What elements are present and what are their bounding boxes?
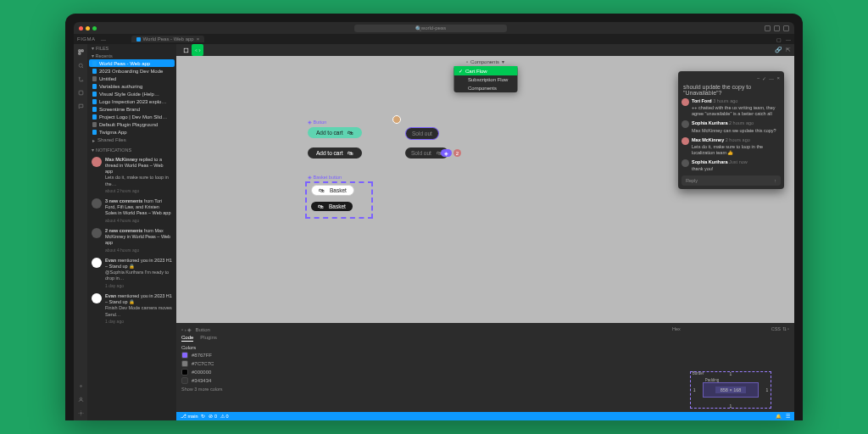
maximize-window[interactable] xyxy=(92,26,97,31)
show-more-colors[interactable]: Show 3 more colors xyxy=(181,387,662,392)
more-icon[interactable]: ⋯ xyxy=(769,75,774,81)
send-icon[interactable]: ↑ xyxy=(774,178,776,183)
svg-rect-6 xyxy=(79,91,83,95)
color-item[interactable]: #8767FF xyxy=(181,352,662,359)
css-dropdown[interactable]: CSS xyxy=(771,326,781,331)
branch-indicator[interactable]: ⎇ main xyxy=(181,414,198,419)
close-tab-icon[interactable]: × xyxy=(197,36,200,42)
comment: Tori Ford 3 hours ago++ chatted with the… xyxy=(682,97,781,119)
file-item[interactable]: 2023 Onboarding Dev Mode xyxy=(89,67,175,75)
figma-icon[interactable] xyxy=(76,381,85,390)
page-option[interactable]: Components xyxy=(453,84,517,92)
file-item[interactable]: Logo Inspection 2023 explo… xyxy=(89,97,175,105)
comment: Sophia Kurihara 2 hours agoMax McKinney … xyxy=(682,119,781,135)
tab-code[interactable]: Code xyxy=(181,335,193,342)
comment: Sophia Kurihara Just nowthank you! xyxy=(682,158,781,174)
tab-title: World Peas - Web app xyxy=(143,36,194,42)
file-item[interactable]: Project Logo | Dev Mon Slid… xyxy=(89,113,175,120)
minimize-window[interactable] xyxy=(86,26,90,31)
tab-plugins[interactable]: Plugins xyxy=(200,335,217,342)
svg-point-5 xyxy=(81,80,82,81)
color-item[interactable]: #343434 xyxy=(181,377,662,384)
file-item[interactable]: Untitled xyxy=(89,75,175,82)
tabs-menu-icon[interactable]: ⋯ xyxy=(101,36,106,42)
hex-label: Hex xyxy=(672,326,681,331)
account-icon[interactable] xyxy=(76,395,85,403)
recents-group[interactable]: ▾ Recents xyxy=(87,53,176,59)
button-variant-soldout[interactable]: Sold out xyxy=(405,127,439,140)
notification-item[interactable]: 3 new comments from Tori Ford, Fifi Law,… xyxy=(87,196,176,225)
dev-mode-toggle[interactable] xyxy=(192,44,203,56)
notification-item[interactable]: Evan mentioned you in 2023 H1 – Stand up… xyxy=(87,255,176,291)
svg-point-4 xyxy=(79,77,80,78)
color-item[interactable]: #000000 xyxy=(181,369,662,376)
reply-input[interactable]: Reply↑ xyxy=(682,175,781,186)
file-item[interactable]: Variables authoring xyxy=(89,82,175,90)
link-icon[interactable]: 🔗 xyxy=(775,47,782,53)
resolve-icon[interactable]: ✓ xyxy=(762,75,766,81)
inspect-tool[interactable] xyxy=(180,44,192,56)
button-variant-add[interactable]: Add to cart 🛍 xyxy=(308,127,362,138)
comment-thread: −✓⋯× should update the copy to "Unavaila… xyxy=(678,71,784,189)
svg-point-3 xyxy=(79,64,82,67)
active-tab[interactable]: World Peas - Web app × xyxy=(131,36,205,42)
file-item[interactable]: Visual Style Guide (Help… xyxy=(89,90,175,97)
page-option[interactable]: ✓ Cart Flow xyxy=(453,66,517,75)
svg-rect-2 xyxy=(78,53,80,54)
dimensions: 858 × 168 xyxy=(715,387,747,393)
close-window[interactable] xyxy=(79,26,83,31)
notifications-section-header[interactable]: ▾ NOTIFICATIONS xyxy=(87,146,176,154)
layer-breadcrumb[interactable]: ▫ › ◈ Button xyxy=(181,326,662,332)
search-icon[interactable] xyxy=(76,61,85,70)
files-icon[interactable] xyxy=(76,47,85,56)
page-selector[interactable]: ▫ Components ▾ xyxy=(466,58,504,64)
file-item[interactable]: Default Plugin Playground xyxy=(89,120,175,128)
design-canvas[interactable]: ▫ Components ▾ ✓ Cart Flow Subscription … xyxy=(176,56,794,323)
expand-icon[interactable]: ⋯ xyxy=(786,36,791,42)
color-item[interactable]: #7C7C7C xyxy=(181,360,662,367)
toolbar: 🔗 ⇱ xyxy=(176,44,794,56)
file-item[interactable]: Twigma App xyxy=(89,128,175,136)
plugin-icon[interactable] xyxy=(76,88,85,97)
window-layout-icons[interactable] xyxy=(765,25,789,31)
basket-button-dark[interactable]: 🛍 Basket xyxy=(311,202,353,211)
app-name: FIGMA xyxy=(77,36,96,42)
sidebar: ▾ FILES ▾ Recents World Peas - Web app 2… xyxy=(87,44,176,420)
feedback-icon[interactable]: ☰ xyxy=(786,414,790,419)
notification-item[interactable]: Max McKinney replied to a thread in Worl… xyxy=(87,154,176,196)
comment-icon[interactable] xyxy=(76,102,85,110)
expand-panel-icon[interactable]: ⇱ xyxy=(786,47,791,53)
svg-rect-1 xyxy=(81,49,83,51)
notifications-icon[interactable]: 🔔 xyxy=(776,414,782,419)
inspect-panel: ▫ › ◈ Button Code Plugins Colors #8767FF… xyxy=(176,323,794,412)
new-tab-icon[interactable]: ▢ xyxy=(776,36,782,42)
cursor-avatar xyxy=(392,115,401,124)
notification-item[interactable]: 2 new comments from Max McKinney in Worl… xyxy=(87,225,176,255)
component-label: ◈ Button xyxy=(308,120,326,125)
file-item[interactable]: ▸ Shared Files xyxy=(89,136,175,144)
notification-item[interactable]: Evan mentioned you in 2023 H1 – Stand up… xyxy=(87,291,176,326)
activity-rail xyxy=(74,44,87,420)
svg-point-9 xyxy=(80,412,81,414)
file-item[interactable]: World Peas - Web app xyxy=(89,59,175,67)
page-option[interactable]: Subscription Flow xyxy=(453,75,517,84)
error-icon[interactable]: ⊘ 0 xyxy=(209,414,217,419)
prev-icon[interactable]: − xyxy=(757,75,760,81)
cursor-presence: ◈2 xyxy=(441,149,461,157)
file-item[interactable]: Screentime Brand xyxy=(89,105,175,113)
settings-icon[interactable] xyxy=(76,409,85,417)
close-icon[interactable]: × xyxy=(776,75,780,81)
sync-icon[interactable]: ↻ xyxy=(201,414,205,419)
box-model: Border 1 Padding 858 × 168 1 1 1 xyxy=(672,371,789,409)
inspect-tabs: Code Plugins xyxy=(181,335,662,342)
button-variant-add-dark[interactable]: Add to cart 🛍 xyxy=(308,147,362,159)
comment: Max McKinney 2 hours agoLets do it, make… xyxy=(682,136,781,158)
address-bar[interactable]: 🔍 world-peas xyxy=(354,25,507,32)
branch-icon[interactable] xyxy=(76,75,85,83)
os-titlebar: 🔍 world-peas xyxy=(74,22,794,34)
warning-icon[interactable]: ⚠ 0 xyxy=(220,414,229,419)
svg-rect-0 xyxy=(78,49,80,51)
basket-button-light[interactable]: 🛍 Basket xyxy=(311,185,354,196)
files-section-header[interactable]: ▾ FILES xyxy=(87,44,176,53)
comment-body: should update the copy to "Unavailable"? xyxy=(682,83,781,97)
